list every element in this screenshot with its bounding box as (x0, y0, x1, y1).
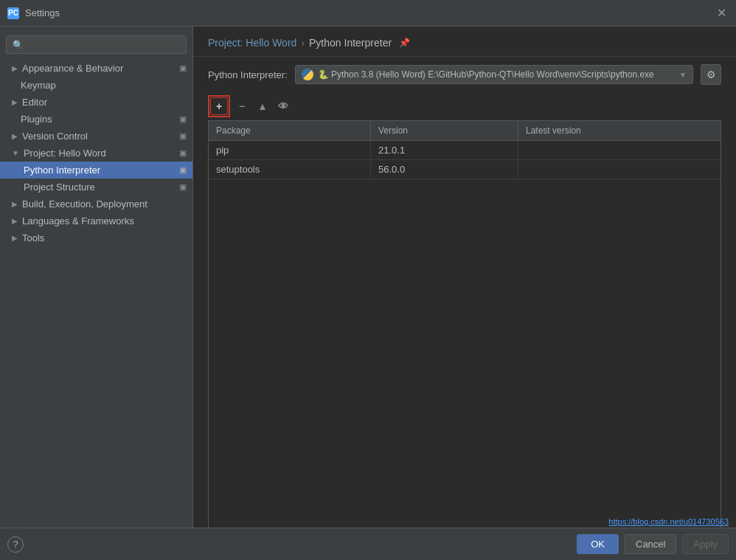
sidebar-item-appearance[interactable]: ▶ Appearance & Behavior ▣ (0, 60, 192, 77)
sidebar-item-version-control[interactable]: ▶ Version Control ▣ (0, 128, 192, 145)
sidebar-item-build[interactable]: ▶ Build, Execution, Deployment (0, 196, 192, 212)
col-header-latest: Latest version (518, 121, 721, 140)
breadcrumb: Project: Hello Word › Python Interpreter… (193, 27, 736, 57)
table-header: Package Version Latest version (209, 121, 721, 141)
apply-button[interactable]: Apply (682, 534, 729, 554)
chevron-right-icon: ▶ (12, 132, 18, 140)
sidebar-item-label: Editor (22, 97, 47, 108)
ok-button[interactable]: OK (577, 534, 619, 554)
sidebar-item-languages[interactable]: ▶ Languages & Frameworks (0, 212, 192, 229)
sidebar-item-editor[interactable]: ▶ Editor (0, 94, 192, 111)
interpreter-value: 🐍 Python 3.8 (Hello Word) E:\GitHub\Pyth… (318, 69, 654, 80)
sidebar-item-label: Project: Hello Word (24, 148, 106, 159)
show-button[interactable]: 👁 (274, 97, 292, 115)
sidebar: 🔍 ▶ Appearance & Behavior ▣ Keymap ▶ Edi… (0, 27, 193, 560)
bottom-right: OK Cancel Apply (577, 534, 729, 554)
package-name: setuptools (209, 160, 371, 179)
sidebar-item-label: Appearance & Behavior (22, 63, 123, 74)
chevron-right-icon: ▶ (12, 98, 18, 106)
interpreter-label: Python Interpreter: (208, 69, 288, 80)
title-bar-left: PC Settings (7, 7, 60, 19)
sidebar-item-label: Version Control (22, 131, 88, 142)
chevron-right-icon: ▶ (12, 217, 18, 225)
breadcrumb-separator: › (301, 37, 305, 49)
search-box[interactable]: 🔍 (6, 35, 187, 54)
sidebar-item-plugins[interactable]: Plugins ▣ (0, 111, 192, 128)
add-button-highlight: + (208, 95, 230, 117)
sidebar-item-project-structure[interactable]: Project Structure ▣ (0, 179, 192, 196)
app-icon: PC (7, 7, 19, 19)
col-header-package: Package (209, 121, 371, 140)
sidebar-item-tools[interactable]: ▶ Tools (0, 229, 192, 246)
sidebar-item-label: Build, Execution, Deployment (22, 198, 147, 210)
packages-toolbar: + − ▲ 👁 (193, 92, 736, 120)
sidebar-item-label: Languages & Frameworks (22, 215, 134, 227)
indicator-icon: ▣ (179, 182, 187, 192)
main-container: 🔍 ▶ Appearance & Behavior ▣ Keymap ▶ Edi… (0, 27, 736, 560)
sidebar-item-keymap[interactable]: Keymap (0, 77, 192, 94)
indicator-icon: ▣ (179, 114, 187, 124)
indicator-icon: ▣ (179, 131, 187, 141)
cancel-button[interactable]: Cancel (625, 534, 676, 554)
package-name: pip (209, 141, 371, 159)
close-button[interactable]: ✕ (714, 6, 729, 21)
chevron-down-icon: ▼ (679, 71, 687, 79)
chevron-right-icon: ▶ (12, 234, 18, 242)
content-panel: Project: Hello Word › Python Interpreter… (193, 27, 736, 560)
indicator-icon: ▣ (179, 165, 187, 175)
sidebar-item-project[interactable]: ▼ Project: Hello Word ▣ (0, 145, 192, 162)
add-package-button[interactable]: + (210, 97, 228, 115)
search-input[interactable] (28, 39, 180, 50)
col-header-version: Version (371, 121, 518, 140)
breadcrumb-current: Python Interpreter (309, 37, 392, 49)
sidebar-item-label: Python Interpreter (24, 165, 100, 176)
help-button[interactable]: ? (7, 536, 24, 553)
sidebar-item-python-interpreter[interactable]: Python Interpreter ▣ (0, 162, 192, 179)
window-title: Settings (25, 7, 60, 18)
chevron-right-icon: ▶ (12, 200, 18, 208)
interpreter-select[interactable]: 🐍 Python 3.8 (Hello Word) E:\GitHub\Pyth… (295, 65, 693, 84)
package-latest (518, 160, 721, 179)
interpreter-row: Python Interpreter: 🐍 Python 3.8 (Hello … (193, 57, 736, 92)
search-icon: 🔍 (13, 40, 24, 50)
table-row[interactable]: setuptools 56.0.0 (209, 160, 721, 179)
bottom-bar: ? OK Cancel Apply (0, 528, 736, 560)
interpreter-select-text: 🐍 Python 3.8 (Hello Word) E:\GitHub\Pyth… (302, 69, 654, 80)
package-version: 21.0.1 (371, 141, 518, 159)
packages-table: Package Version Latest version pip 21.0.… (208, 120, 721, 560)
sidebar-item-label: Project Structure (24, 182, 95, 193)
python-icon (302, 69, 313, 80)
url-hint: https://blog.csdn.net/u014730563 (608, 517, 729, 526)
remove-package-button[interactable]: − (233, 97, 251, 115)
bottom-left: ? (7, 536, 24, 553)
breadcrumb-parent[interactable]: Project: Hello Word (208, 37, 296, 49)
indicator-icon: ▣ (179, 63, 187, 73)
pin-icon: 📌 (399, 38, 410, 48)
package-latest (518, 141, 721, 159)
indicator-icon: ▣ (179, 148, 187, 158)
gear-button[interactable]: ⚙ (701, 64, 721, 85)
chevron-right-icon: ▶ (12, 64, 18, 72)
sidebar-item-label: Tools (22, 232, 44, 243)
package-version: 56.0.0 (371, 160, 518, 179)
sidebar-item-label: Keymap (21, 80, 56, 91)
chevron-down-icon: ▼ (12, 149, 19, 157)
up-button[interactable]: ▲ (254, 97, 271, 115)
table-row[interactable]: pip 21.0.1 (209, 141, 721, 160)
sidebar-item-label: Plugins (21, 114, 52, 125)
title-bar: PC Settings ✕ (0, 0, 736, 27)
